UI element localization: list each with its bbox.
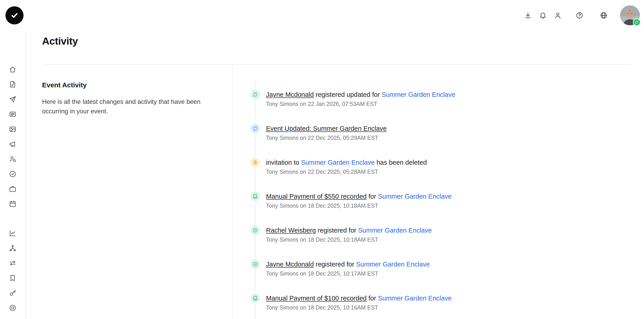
circle-dot-icon [250,226,260,235]
language-button[interactable] [598,9,610,22]
check-logo-icon [10,10,20,20]
sidebar-item-registration-form[interactable] [5,77,20,92]
activity-timestamp: Tony Simons on 18 Dec 2025, 10:18AM EST [266,202,452,209]
timeline-entry: Rachel Weisberg registered for Summer Ga… [232,226,631,243]
bell-icon [539,12,547,19]
user-icon [554,12,562,19]
sidebar-item-gallery[interactable] [5,122,20,137]
sidebar-item-bookmarks[interactable] [5,270,20,286]
briefcase-icon [9,185,16,193]
download-button[interactable] [522,9,534,22]
activity-timestamp: Tony Simons on 22 Jan 2026, 07:53AM EST [266,100,455,107]
list-icon [9,110,16,118]
trash-icon [250,158,260,167]
event-link[interactable]: Summer Garden Enclave [356,261,430,268]
entry-body: Manual Payment of $100 recorded for Summ… [266,294,452,311]
activity-subject-link[interactable]: Rachel Weisberg [266,227,316,234]
entry-body: Jayne Mcdonald registered updated for Su… [266,90,455,107]
download-icon [524,12,532,19]
chart-icon [9,230,16,237]
notifications-button[interactable] [536,9,549,22]
sidebar-item-exhibitors[interactable] [5,182,20,196]
user-avatar[interactable] [620,6,640,25]
whatsapp-badge-icon [633,18,640,26]
activity-title: Rachel Weisberg registered for Summer Ga… [266,226,432,234]
globe-icon [600,12,608,19]
sidebar-item-list[interactable] [5,107,20,122]
entry-body: Manual Payment of $550 recorded for Summ… [266,192,452,209]
activity-text: for [367,193,378,200]
activity-subject-link[interactable]: Event Updated: Summer Garden Enclave [266,125,387,132]
activity-subject-link[interactable]: Jayne Mcdonald [266,91,314,98]
sidebar-item-access-keys[interactable] [5,286,20,300]
book-icon [250,192,260,201]
sidebar-item-analytics[interactable] [5,226,20,241]
sync-icon [250,90,260,99]
activity-timestamp: Tony Simons on 18 Dec 2025, 10:18AM EST [266,236,432,243]
sidebar-item-home[interactable] [5,62,20,77]
event-link[interactable]: Summer Garden Enclave [301,159,375,166]
timeline-entry: invitation to Summer Garden Enclave has … [232,158,631,175]
target-icon [9,304,16,312]
home-icon [9,66,16,73]
activity-text: has been deleted [374,159,427,166]
entry-body: Jayne Mcdonald registered for Summer Gar… [266,260,430,277]
user-search-icon [9,155,16,163]
event-link[interactable]: Summer Garden Enclave [378,193,452,200]
sidebar-item-calendar[interactable] [5,196,20,211]
sidebar-item-transfers[interactable] [5,256,20,270]
content-columns: Event Activity Here is all the latest ch… [42,65,631,319]
timeline-entry: Manual Payment of $550 recorded for Summ… [232,192,631,209]
bookmark-icon [9,274,16,282]
megaphone-icon [9,140,16,148]
activity-title: Manual Payment of $100 recorded for Summ… [266,294,452,302]
activity-title: Event Updated: Summer Garden Enclave [266,124,387,132]
swap-icon [9,259,16,267]
activity-timestamp: Tony Simons on 22 Dec 2025, 05:28AM EST [266,168,427,175]
header-actions [522,0,640,31]
timeline-entry: Manual Payment of $100 recorded for Summ… [232,294,631,311]
sidebar-item-send[interactable] [5,92,20,107]
activity-subject-link[interactable]: Jayne Mcdonald [266,261,314,268]
sidebar-item-announcements[interactable] [5,137,20,152]
event-link[interactable]: Summer Garden Enclave [378,294,452,302]
activity-subject-link[interactable]: Manual Payment of $550 recorded [266,193,367,200]
image-icon [9,125,16,133]
key-icon [9,289,16,297]
event-link[interactable]: Summer Garden Enclave [358,227,432,234]
check-badge-icon [9,170,16,178]
activity-text: invitation to [266,159,301,166]
activity-text: registered for [316,227,358,234]
book-icon [250,294,260,303]
activity-timestamp: Tony Simons on 18 Dec 2025, 10:16AM EST [266,304,452,311]
timeline: Jayne Mcdonald registered updated for Su… [232,90,631,311]
activity-subject-link[interactable]: Manual Payment of $100 recorded [266,294,367,302]
network-icon [9,244,16,252]
activity-title: invitation to Summer Garden Enclave has … [266,158,427,166]
activity-text: for [367,294,378,302]
activity-title: Jayne Mcdonald registered for Summer Gar… [266,260,430,268]
activity-text: registered for [314,261,356,268]
event-activity-heading: Event Activity [42,81,232,89]
event-link[interactable]: Summer Garden Enclave [382,91,455,98]
account-button[interactable] [552,9,564,22]
send-icon [9,96,16,103]
entry-body: invitation to Summer Garden Enclave has … [266,158,427,175]
help-icon [576,12,584,19]
activity-timestamp: Tony Simons on 22 Dec 2025, 05:29AM EST [266,134,387,141]
brand-logo[interactable] [6,6,24,24]
sync-icon [250,124,260,133]
main-content: Activity Event Activity Here is all the … [26,31,644,319]
circle-dot-icon [250,260,260,269]
page-title: Activity [42,35,78,47]
calendar-icon [9,200,16,208]
activity-timestamp: Tony Simons on 18 Dec 2025, 10:17AM EST [266,270,430,277]
timeline-entry: Event Updated: Summer Garden EnclaveTony… [232,124,631,141]
activity-title: Manual Payment of $550 recorded for Summ… [266,192,452,200]
help-button[interactable] [573,9,586,22]
sidebar-item-connections[interactable] [5,241,20,256]
entry-body: Rachel Weisberg registered for Summer Ga… [266,226,432,243]
sidebar-item-target[interactable] [5,300,20,316]
sidebar-item-attendee-search[interactable] [5,152,20,166]
sidebar-item-approvals[interactable] [5,166,20,182]
